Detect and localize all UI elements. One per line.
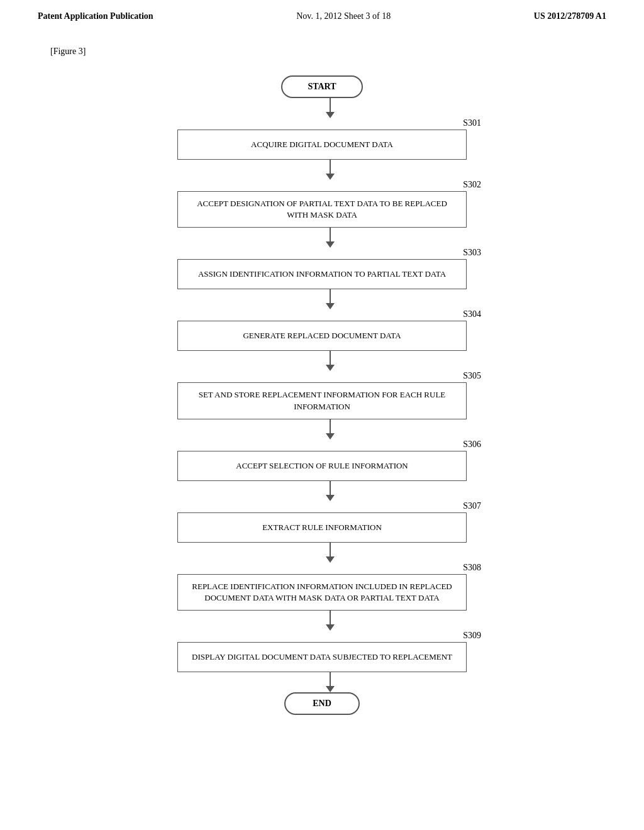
process-box-s305: SET AND STORE REPLACEMENT INFORMATION FO… bbox=[177, 382, 467, 419]
connector-s306-s307 bbox=[162, 481, 482, 501]
connector-s307-s308 bbox=[162, 543, 482, 563]
process-box-s306: ACCEPT SELECTION OF RULE INFORMATION bbox=[177, 451, 467, 481]
arrow-s301-s302 bbox=[326, 174, 335, 180]
process-box-s307: EXTRACT RULE INFORMATION bbox=[177, 512, 467, 543]
step-label-s309: S309 bbox=[463, 631, 481, 641]
arrow-s307-s308 bbox=[326, 556, 335, 563]
arrow-s304-s305 bbox=[326, 365, 335, 371]
arrow-s302-s303 bbox=[326, 241, 335, 248]
line-s303-s304 bbox=[330, 289, 331, 303]
arrow-s305-s306 bbox=[326, 433, 335, 440]
step-label-s302: S302 bbox=[463, 180, 481, 190]
line-s304-s305 bbox=[330, 351, 331, 365]
arrow-s309-end bbox=[326, 686, 335, 692]
process-box-s309: DISPLAY DIGITAL DOCUMENT DATA SUBJECTED … bbox=[177, 642, 467, 672]
step-label-s304: S304 bbox=[463, 309, 481, 319]
step-row-s302: S302 ACCEPT DESIGNATION OF PARTIAL TEXT … bbox=[162, 180, 482, 228]
line-s306-s307 bbox=[330, 481, 331, 495]
process-box-s304: GENERATE REPLACED DOCUMENT DATA bbox=[177, 321, 467, 351]
connector-s305-s306 bbox=[162, 419, 482, 440]
step-row-s305: S305 SET AND STORE REPLACEMENT INFORMATI… bbox=[162, 371, 482, 419]
arrow-s306-s307 bbox=[326, 495, 335, 501]
step-label-s305: S305 bbox=[463, 371, 481, 381]
line-s309-end bbox=[330, 672, 331, 686]
step-row-s307: S307 EXTRACT RULE INFORMATION bbox=[162, 501, 482, 543]
step-row-s309: S309 DISPLAY DIGITAL DOCUMENT DATA SUBJE… bbox=[162, 631, 482, 672]
arrow-s308-s309 bbox=[326, 624, 335, 631]
step-row-s308: S308 REPLACE IDENTIFICATION INFORMATION … bbox=[162, 563, 482, 611]
flowchart-diagram: START S301 ACQUIRE DIGITAL DOCUMENT DATA… bbox=[0, 63, 644, 734]
arrow-s303-s304 bbox=[326, 303, 335, 309]
step-row-s304: S304 GENERATE REPLACED DOCUMENT DATA bbox=[162, 309, 482, 351]
process-box-s303: ASSIGN IDENTIFICATION INFORMATION TO PAR… bbox=[177, 259, 467, 289]
process-box-s308: REPLACE IDENTIFICATION INFORMATION INCLU… bbox=[177, 574, 467, 611]
header-date-sheet: Nov. 1, 2012 Sheet 3 of 18 bbox=[296, 11, 391, 21]
process-box-s301: ACQUIRE DIGITAL DOCUMENT DATA bbox=[177, 130, 467, 160]
step-label-s301: S301 bbox=[463, 118, 481, 128]
figure-label: [Figure 3] bbox=[0, 28, 644, 63]
start-node: START bbox=[281, 75, 362, 98]
page-header: Patent Application Publication Nov. 1, 2… bbox=[0, 0, 644, 28]
connector-s308-s309 bbox=[162, 611, 482, 631]
connector-s303-s304 bbox=[162, 289, 482, 309]
step-row-s306: S306 ACCEPT SELECTION OF RULE INFORMATIO… bbox=[162, 440, 482, 481]
header-patent-number: US 2012/278709 A1 bbox=[534, 11, 606, 21]
line-s307-s308 bbox=[330, 543, 331, 556]
connector-start-s301 bbox=[162, 98, 482, 118]
connector-s302-s303 bbox=[162, 228, 482, 248]
line-s302-s303 bbox=[330, 228, 331, 241]
line-start-s301 bbox=[330, 98, 331, 112]
step-label-s306: S306 bbox=[463, 440, 481, 450]
process-box-s302: ACCEPT DESIGNATION OF PARTIAL TEXT DATA … bbox=[177, 191, 467, 228]
arrow-start-s301 bbox=[326, 112, 335, 118]
step-row-s303: S303 ASSIGN IDENTIFICATION INFORMATION T… bbox=[162, 248, 482, 289]
connector-s304-s305 bbox=[162, 351, 482, 371]
connector-s309-end bbox=[162, 672, 482, 692]
line-s301-s302 bbox=[330, 160, 331, 174]
header-publication: Patent Application Publication bbox=[38, 11, 153, 21]
end-node: END bbox=[284, 692, 360, 715]
connector-s301-s302 bbox=[162, 160, 482, 180]
line-s305-s306 bbox=[330, 419, 331, 433]
step-label-s308: S308 bbox=[463, 563, 481, 573]
step-row-s301: S301 ACQUIRE DIGITAL DOCUMENT DATA bbox=[162, 118, 482, 160]
step-label-s303: S303 bbox=[463, 248, 481, 258]
step-label-s307: S307 bbox=[463, 501, 481, 511]
line-s308-s309 bbox=[330, 611, 331, 624]
